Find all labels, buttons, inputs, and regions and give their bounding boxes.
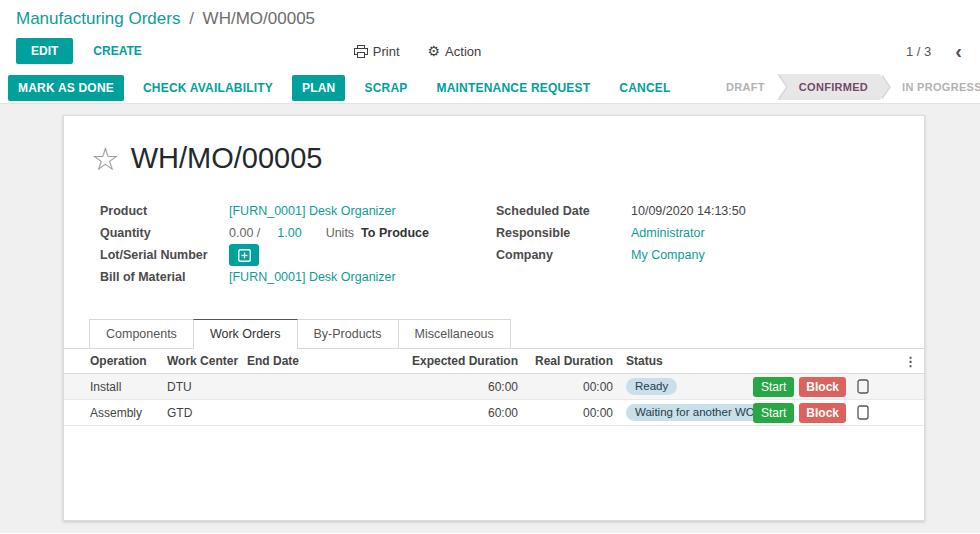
cell-work-center: DTU — [167, 380, 247, 394]
scrap-button[interactable]: SCRAP — [354, 75, 417, 101]
cell-expected-duration: 60:00 — [368, 406, 518, 420]
cell-work-center: GTD — [167, 406, 247, 420]
content-background: ☆ WH/MO/00005 Product [FURN_0001] Desk O… — [0, 104, 980, 533]
lot-serial-label: Lot/Serial Number — [100, 248, 229, 262]
breadcrumb-separator: / — [189, 9, 194, 28]
scheduled-date-value: 10/09/2020 14:13:50 — [631, 204, 746, 218]
product-value-link[interactable]: [FURN_0001] Desk Organizer — [229, 204, 396, 218]
mark-as-done-button[interactable]: MARK AS DONE — [8, 75, 124, 101]
field-product: Product [FURN_0001] Desk Organizer — [100, 200, 496, 222]
status-badge: Ready — [626, 378, 677, 395]
tablet-icon — [857, 405, 869, 420]
pager-value: 1 / 3 — [906, 44, 931, 59]
cell-operation: Assembly — [90, 406, 167, 420]
plan-button[interactable]: PLAN — [292, 75, 345, 101]
cell-actions: Start Block — [753, 377, 861, 397]
add-lot-button[interactable] — [229, 244, 259, 266]
header-end-date: End Date — [247, 354, 368, 368]
form-sheet: ☆ WH/MO/00005 Product [FURN_0001] Desk O… — [63, 115, 925, 521]
title-row: ☆ WH/MO/00005 — [64, 116, 924, 175]
quantity-suffix: To Produce — [361, 226, 429, 240]
block-button[interactable]: Block — [799, 403, 846, 423]
responsible-label: Responsible — [496, 226, 631, 240]
gear-icon: ⚙ — [428, 43, 441, 59]
edit-button[interactable]: EDIT — [16, 38, 73, 64]
header-real-duration: Real Duration — [518, 354, 613, 368]
field-column-right: Scheduled Date 10/09/2020 14:13:50 Respo… — [496, 200, 746, 288]
cell-operation: Install — [90, 380, 167, 394]
create-button[interactable]: CREATE — [93, 44, 141, 58]
cell-status: Ready — [613, 378, 753, 395]
start-button[interactable]: Start — [753, 377, 794, 397]
block-button[interactable]: Block — [799, 377, 846, 397]
cell-status: Waiting for another WO — [613, 404, 753, 421]
bom-value-link[interactable]: [FURN_0001] Desk Organizer — [229, 270, 396, 284]
maintenance-request-button[interactable]: MAINTENANCE REQUEST — [427, 75, 601, 101]
header-operation: Operation — [90, 354, 167, 368]
notebook-tabs: Components Work Orders By-Products Misce… — [64, 319, 924, 349]
field-scheduled-date: Scheduled Date 10/09/2020 14:13:50 — [496, 200, 746, 222]
print-action-group: Print ⚙ Action — [354, 43, 481, 59]
printer-icon — [354, 45, 368, 58]
cell-real-duration: 00:00 — [518, 406, 613, 420]
quantity-to-produce: 1.00 — [277, 226, 301, 240]
quantity-units: Units — [326, 226, 354, 240]
cell-real-duration: 00:00 — [518, 380, 613, 394]
field-group: Product [FURN_0001] Desk Organizer Quant… — [100, 200, 924, 288]
stage-in-progress[interactable]: IN PROGRESS — [880, 74, 980, 100]
state-pipeline: DRAFT CONFIRMED IN PROGRESS DONE — [710, 74, 980, 100]
tab-miscellaneous[interactable]: Miscellaneous — [398, 319, 511, 348]
status-bar: MARK AS DONE CHECK AVAILABILITY PLAN SCR… — [0, 72, 980, 104]
control-bar: EDIT CREATE Print ⚙ Action 1 / 3 ‹ — [0, 31, 980, 72]
action-label: Action — [445, 44, 481, 59]
field-company: Company My Company — [496, 244, 746, 266]
table-row[interactable]: Install DTU 60:00 00:00 Ready Start Bloc… — [64, 374, 924, 400]
tablet-icon — [857, 379, 869, 394]
pager: 1 / 3 ‹ — [906, 44, 964, 59]
header-work-center: Work Center — [167, 354, 247, 368]
tab-by-products[interactable]: By-Products — [297, 319, 399, 348]
responsible-value-link[interactable]: Administrator — [631, 226, 705, 240]
stage-confirmed[interactable]: CONFIRMED — [777, 74, 880, 100]
quantity-produced: 0.00 / — [229, 226, 260, 240]
cell-actions: Start Block — [753, 403, 861, 423]
field-column-left: Product [FURN_0001] Desk Organizer Quant… — [100, 200, 496, 288]
product-label: Product — [100, 204, 229, 218]
print-button[interactable]: Print — [354, 44, 400, 59]
field-lot-serial: Lot/Serial Number — [100, 244, 496, 266]
company-value-link[interactable]: My Company — [631, 248, 705, 262]
company-label: Company — [496, 248, 631, 262]
print-label: Print — [373, 44, 400, 59]
plus-square-icon — [238, 249, 251, 262]
table-header-row: Operation Work Center End Date Expected … — [64, 349, 924, 374]
action-button[interactable]: ⚙ Action — [428, 43, 482, 59]
table-options-kebab-icon[interactable]: ⋮ — [904, 354, 917, 369]
field-quantity: Quantity 0.00 / 1.00 Units To Produce — [100, 222, 496, 244]
stage-draft[interactable]: DRAFT — [710, 74, 777, 100]
status-badge: Waiting for another WO — [626, 404, 764, 421]
header-expected-duration: Expected Duration — [368, 354, 518, 368]
field-bill-of-material: Bill of Material [FURN_0001] Desk Organi… — [100, 266, 496, 288]
tab-work-orders[interactable]: Work Orders — [193, 319, 298, 349]
table-row[interactable]: Assembly GTD 60:00 00:00 Waiting for ano… — [64, 400, 924, 426]
cancel-button[interactable]: CANCEL — [609, 75, 680, 101]
quantity-label: Quantity — [100, 226, 229, 240]
work-orders-table: Operation Work Center End Date Expected … — [64, 349, 924, 426]
breadcrumb: Manufacturing Orders / WH/MO/00005 — [0, 0, 980, 31]
pager-prev-icon[interactable]: ‹ — [955, 44, 964, 58]
open-tablet-view-button[interactable] — [857, 379, 869, 394]
breadcrumb-current: WH/MO/00005 — [203, 9, 315, 28]
header-status: Status — [613, 354, 753, 368]
favorite-star-icon[interactable]: ☆ — [91, 144, 120, 174]
breadcrumb-parent-link[interactable]: Manufacturing Orders — [16, 9, 180, 28]
cell-expected-duration: 60:00 — [368, 380, 518, 394]
page-title: WH/MO/00005 — [131, 142, 323, 175]
open-tablet-view-button[interactable] — [857, 405, 869, 420]
scheduled-date-label: Scheduled Date — [496, 204, 631, 218]
tab-components[interactable]: Components — [89, 319, 194, 348]
field-responsible: Responsible Administrator — [496, 222, 746, 244]
start-button[interactable]: Start — [753, 403, 794, 423]
bom-label: Bill of Material — [100, 270, 229, 284]
check-availability-button[interactable]: CHECK AVAILABILITY — [133, 75, 283, 101]
